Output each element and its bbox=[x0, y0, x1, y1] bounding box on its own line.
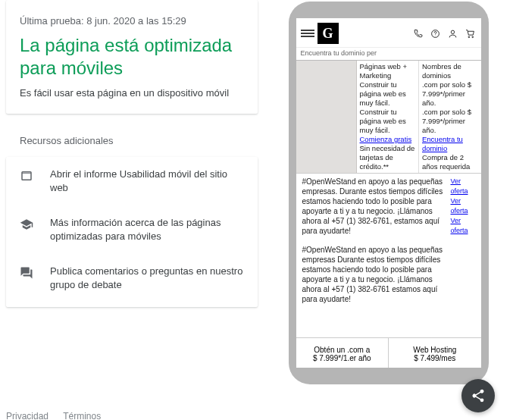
preview-search-bar[interactable]: Encuentra tu dominio per bbox=[296, 47, 481, 61]
footer-privacy-link[interactable]: Privacidad bbox=[6, 411, 48, 420]
school-icon bbox=[20, 218, 33, 231]
preview-body: #OpenWeStand en apoyo a las pequeñas emp… bbox=[296, 174, 481, 316]
col2-line: Construir tu página web es muy fácil. bbox=[360, 80, 416, 108]
col3-line: Compra de 2 años requerida bbox=[422, 153, 478, 171]
preview-offers: Obtén un .com a $ 7.999*/1.er año Web Ho… bbox=[296, 337, 481, 368]
col2-line: Sin necesidad de tarjetas de crédito.** bbox=[360, 144, 416, 171]
preview-paragraph: #OpenWeStand en apoyo a las pequeñas emp… bbox=[302, 177, 448, 236]
footer-terms-link[interactable]: Términos bbox=[63, 411, 101, 420]
share-icon bbox=[471, 388, 486, 403]
result-card: Última prueba: 8 jun. 2020 a las 15:29 L… bbox=[6, 0, 258, 114]
see-offer-link[interactable]: Ver oferta bbox=[451, 177, 475, 196]
see-offer-link[interactable]: Ver oferta bbox=[451, 196, 475, 216]
svg-point-1 bbox=[435, 35, 436, 36]
web-report-icon bbox=[20, 169, 33, 183]
user-icon[interactable] bbox=[448, 29, 458, 39]
phone-icon[interactable] bbox=[413, 29, 423, 39]
col3-line: .com por solo $ 7.999*/primer año. bbox=[422, 108, 478, 135]
resource-item-learn[interactable]: Más información acerca de las páginas op… bbox=[6, 205, 258, 254]
preview-paragraph: #OpenWeStand en apoyo a las pequeñas emp… bbox=[302, 245, 448, 304]
see-offer-link[interactable]: Ver oferta bbox=[451, 216, 475, 236]
col3-line: .com por solo $ 7.999*/primer año. bbox=[422, 80, 478, 108]
resources-list: Abrir el informe Usabilidad móvil del si… bbox=[6, 157, 258, 307]
col3-heading: Nombres de dominios bbox=[422, 62, 478, 80]
resource-item-label: Abrir el informe Usabilidad móvil del si… bbox=[50, 168, 244, 195]
footer-links: Privacidad Términos bbox=[6, 411, 113, 420]
svg-point-2 bbox=[451, 30, 454, 33]
offer-domain[interactable]: Obtén un .com a $ 7.999*/1.er año bbox=[296, 338, 389, 368]
menu-icon[interactable] bbox=[301, 28, 314, 39]
site-logo[interactable]: G bbox=[317, 23, 339, 44]
svg-point-4 bbox=[471, 36, 473, 38]
result-subtext: Es fácil usar esta página en un disposit… bbox=[20, 87, 244, 99]
resource-item-label: Más información acerca de las páginas op… bbox=[50, 216, 244, 243]
offer-hosting[interactable]: Web Hosting $ 7.499/mes bbox=[389, 338, 481, 368]
result-headline: La página está optimizada para móviles bbox=[20, 34, 244, 80]
resource-item-forum[interactable]: Publica comentarios o preguntas en nuest… bbox=[6, 254, 258, 302]
resource-item-label: Publica comentarios o preguntas en nuest… bbox=[50, 265, 244, 292]
phone-preview-frame: G Encuentra tu dominio per Páginas web +… bbox=[289, 2, 489, 384]
resources-title: Recursos adicionales bbox=[6, 132, 258, 157]
preview-header: G bbox=[296, 18, 481, 47]
col2-heading: Páginas web + Marketing bbox=[360, 62, 416, 80]
col3-link[interactable]: Encuentra tu dominio bbox=[422, 135, 463, 152]
preview-columns: Páginas web + Marketing Construir tu pág… bbox=[296, 61, 481, 174]
help-icon[interactable] bbox=[430, 29, 440, 39]
last-test-timestamp: Última prueba: 8 jun. 2020 a las 15:29 bbox=[20, 15, 244, 27]
resource-item-report[interactable]: Abrir el informe Usabilidad móvil del si… bbox=[6, 157, 258, 205]
phone-preview-screen: G Encuentra tu dominio per Páginas web +… bbox=[296, 18, 481, 368]
cart-icon[interactable] bbox=[465, 29, 475, 39]
share-fab[interactable] bbox=[461, 379, 495, 412]
col2-line: Construir tu página web es muy fácil. bbox=[360, 108, 416, 135]
col2-link[interactable]: Comienza gratis bbox=[360, 135, 412, 143]
forum-icon bbox=[20, 266, 33, 280]
svg-point-3 bbox=[468, 36, 470, 38]
